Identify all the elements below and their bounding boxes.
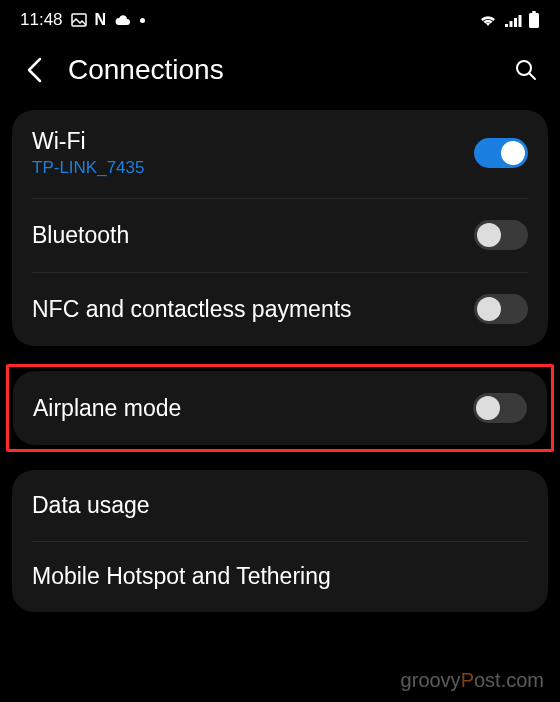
image-icon <box>71 12 87 28</box>
signal-icon <box>504 13 522 28</box>
nfc-title: NFC and contactless payments <box>32 296 474 323</box>
svg-rect-5 <box>529 13 539 28</box>
bluetooth-row[interactable]: Bluetooth <box>12 198 548 272</box>
bluetooth-title: Bluetooth <box>32 222 474 249</box>
status-time: 11:48 <box>20 10 63 30</box>
hotspot-row[interactable]: Mobile Hotspot and Tethering <box>12 541 548 612</box>
watermark-pre: groovy <box>401 669 461 691</box>
bluetooth-toggle[interactable] <box>474 220 528 250</box>
status-bar-right <box>478 11 540 29</box>
status-bar: 11:48 N <box>0 0 560 36</box>
wifi-title: Wi-Fi <box>32 128 474 155</box>
watermark-post: ost.com <box>474 669 544 691</box>
cloud-icon <box>114 13 132 27</box>
airplane-title: Airplane mode <box>33 395 473 422</box>
nfc-row[interactable]: NFC and contactless payments <box>12 272 548 346</box>
airplane-highlight: Airplane mode <box>6 364 554 452</box>
wifi-icon <box>478 12 498 28</box>
wifi-network: TP-LINK_7435 <box>32 158 474 178</box>
nfc-toggle[interactable] <box>474 294 528 324</box>
watermark-accent: P <box>461 669 474 691</box>
data-usage-text: Data usage <box>32 492 528 519</box>
wifi-text: Wi-Fi TP-LINK_7435 <box>32 128 474 178</box>
svg-rect-2 <box>510 21 513 27</box>
svg-line-8 <box>529 73 535 79</box>
nfc-text: NFC and contactless payments <box>32 296 474 323</box>
dot-icon <box>140 18 145 23</box>
hotspot-text: Mobile Hotspot and Tethering <box>32 563 528 590</box>
hotspot-title: Mobile Hotspot and Tethering <box>32 563 528 590</box>
airplane-row[interactable]: Airplane mode <box>13 371 547 445</box>
connections-card-2: Airplane mode <box>13 371 547 445</box>
connections-card-3: Data usage Mobile Hotspot and Tethering <box>12 470 548 612</box>
back-button[interactable] <box>20 56 48 84</box>
search-button[interactable] <box>512 56 540 84</box>
svg-rect-3 <box>514 18 517 27</box>
data-usage-row[interactable]: Data usage <box>12 470 548 541</box>
battery-icon <box>528 11 540 29</box>
wifi-row[interactable]: Wi-Fi TP-LINK_7435 <box>12 110 548 198</box>
svg-rect-1 <box>505 24 508 27</box>
airplane-toggle[interactable] <box>473 393 527 423</box>
watermark: groovyPost.com <box>401 669 544 692</box>
connections-card-1: Wi-Fi TP-LINK_7435 Bluetooth NFC and con… <box>12 110 548 346</box>
status-bar-left: 11:48 N <box>20 10 145 30</box>
page-header: Connections <box>0 36 560 110</box>
svg-rect-6 <box>532 11 536 13</box>
airplane-text: Airplane mode <box>33 395 473 422</box>
svg-rect-4 <box>519 15 522 27</box>
n-icon: N <box>95 11 107 29</box>
page-title: Connections <box>68 54 492 86</box>
wifi-toggle[interactable] <box>474 138 528 168</box>
data-usage-title: Data usage <box>32 492 528 519</box>
bluetooth-text: Bluetooth <box>32 222 474 249</box>
